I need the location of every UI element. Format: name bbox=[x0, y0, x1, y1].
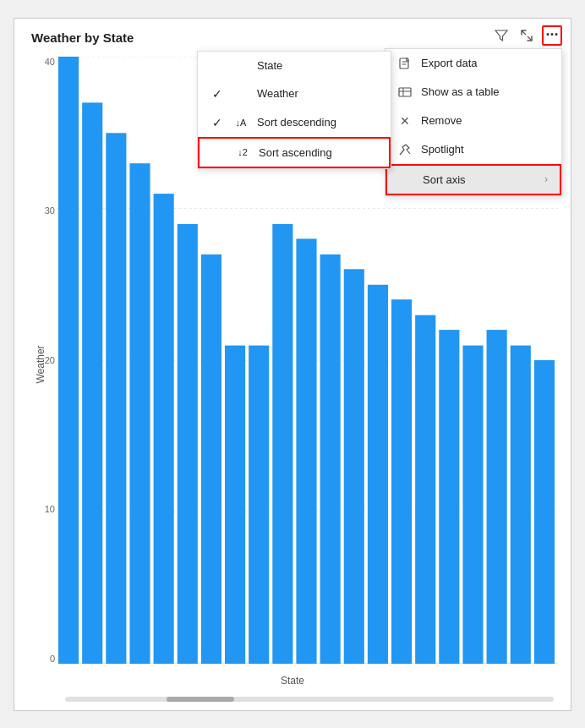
svg-rect-27 bbox=[399, 88, 411, 96]
bar-rhode-island[interactable] bbox=[344, 269, 364, 664]
menu-item-spotlight[interactable]: Spotlight bbox=[385, 135, 561, 164]
table-icon bbox=[397, 85, 413, 99]
bar-new-jersey[interactable] bbox=[487, 330, 507, 664]
submenu-item-weather[interactable]: ✓ Weather bbox=[198, 79, 391, 108]
filter-icon[interactable] bbox=[491, 25, 511, 46]
y-tick-40: 40 bbox=[45, 57, 55, 67]
y-tick-30: 30 bbox=[45, 205, 55, 216]
more-options-button[interactable]: ··· bbox=[542, 25, 562, 46]
expand-icon[interactable] bbox=[517, 25, 537, 46]
sort-axis-label: Sort axis bbox=[423, 173, 536, 186]
table-label: Show as a table bbox=[421, 85, 549, 98]
weather-label: Weather bbox=[257, 87, 298, 100]
sort-asc-label: Sort ascending bbox=[259, 146, 332, 159]
menu-item-remove[interactable]: ✕ Remove bbox=[385, 107, 561, 135]
bar-indiana[interactable] bbox=[415, 315, 435, 663]
bar-ohio[interactable] bbox=[391, 299, 412, 664]
state-label: State bbox=[257, 59, 282, 72]
y-tick-10: 10 bbox=[45, 504, 55, 514]
submenu-item-state[interactable]: State bbox=[198, 52, 391, 79]
check-sort-desc: ✓ bbox=[210, 116, 225, 129]
export-icon bbox=[397, 57, 413, 70]
bar-new-york[interactable] bbox=[106, 133, 126, 664]
bar-pennsylvania[interactable] bbox=[272, 223, 292, 663]
bar-kansas[interactable] bbox=[534, 360, 555, 664]
chart-container: ··· Weather by State Weather 40 30 20 10… bbox=[14, 18, 571, 711]
bar-west-virginia[interactable] bbox=[439, 330, 459, 664]
sort-asc-icon: ↓2 bbox=[235, 147, 250, 157]
submenu-item-sort-asc[interactable]: ↓2 Sort ascending bbox=[198, 137, 391, 168]
y-axis-labels: 40 30 20 10 0 bbox=[31, 57, 55, 664]
spotlight-label: Spotlight bbox=[421, 143, 549, 156]
chart-title: Weather by State bbox=[31, 30, 134, 45]
bar-washington[interactable] bbox=[154, 194, 174, 664]
context-menu: Export data Show as a table ✕ Remove S bbox=[385, 48, 562, 196]
bar-nebraska[interactable] bbox=[296, 238, 316, 664]
menu-item-sort-axis[interactable]: Sort axis › bbox=[385, 164, 561, 195]
scrollbar-thumb[interactable] bbox=[167, 697, 234, 702]
bar-nevada[interactable] bbox=[368, 284, 388, 663]
bar-oregon[interactable] bbox=[178, 223, 198, 663]
bar-iowa[interactable] bbox=[201, 254, 221, 663]
remove-label: Remove bbox=[421, 114, 549, 127]
spotlight-icon bbox=[397, 143, 413, 156]
bar-massachusetts[interactable] bbox=[225, 345, 245, 663]
bar-utah[interactable] bbox=[249, 345, 269, 663]
check-weather: ✓ bbox=[210, 87, 225, 101]
export-label: Export data bbox=[421, 57, 549, 69]
y-tick-0: 0 bbox=[50, 654, 55, 664]
x-axis-label: State bbox=[281, 675, 304, 687]
menu-item-export[interactable]: Export data bbox=[385, 49, 561, 78]
bar-colorado[interactable] bbox=[129, 163, 150, 664]
menu-item-table[interactable]: Show as a table bbox=[385, 78, 561, 107]
sort-axis-arrow: › bbox=[544, 173, 548, 185]
submenu-item-sort-desc[interactable]: ✓ ↓A Sort descending bbox=[198, 108, 391, 137]
y-tick-20: 20 bbox=[45, 355, 55, 365]
remove-icon: ✕ bbox=[397, 114, 413, 128]
sort-desc-label: Sort descending bbox=[257, 116, 336, 129]
bar-south-dakota[interactable] bbox=[82, 102, 102, 664]
toolbar: ··· bbox=[491, 25, 562, 46]
bar-michigan[interactable] bbox=[58, 57, 79, 664]
bar-connecticut[interactable] bbox=[320, 254, 341, 663]
bar-illinois[interactable] bbox=[462, 345, 483, 663]
bar-new-mexico[interactable] bbox=[511, 345, 531, 663]
sort-axis-submenu: State ✓ Weather ✓ ↓A Sort descending ↓2 … bbox=[197, 51, 391, 169]
sort-desc-icon: ↓A bbox=[233, 118, 249, 128]
scrollbar-track[interactable] bbox=[65, 697, 554, 702]
